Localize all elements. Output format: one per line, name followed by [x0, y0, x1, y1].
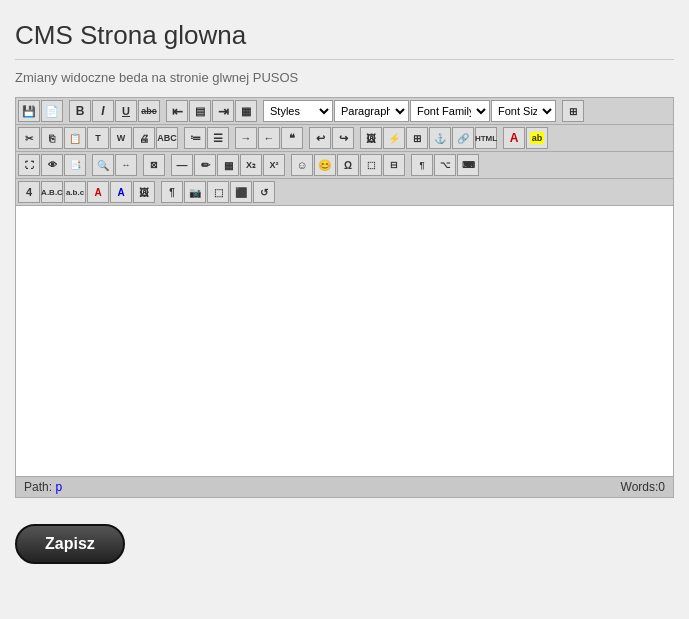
templates-icon: 📑 [70, 160, 81, 170]
paste-word-icon: W [117, 133, 126, 143]
btn-cut[interactable]: ✂ [18, 127, 40, 149]
btn-r5[interactable]: A [110, 181, 132, 203]
btn-r7[interactable]: ¶ [161, 181, 183, 203]
btn-r1[interactable]: 4 [18, 181, 40, 203]
btn-anchor[interactable]: ⚓ [429, 127, 451, 149]
superscript-icon: X² [270, 160, 279, 170]
btn-show-blocks[interactable]: ¶ [411, 154, 433, 176]
btn-print[interactable]: 🖨 [133, 127, 155, 149]
btn-special-char[interactable]: Ω [337, 154, 359, 176]
btn-fullscreen[interactable]: ⛶ [18, 154, 40, 176]
styles-select[interactable]: Styles Normal Heading 1 Heading 2 [263, 100, 333, 122]
font-size-select[interactable]: Font Size 81012 14161824 [491, 100, 556, 122]
btn-list-unordered[interactable]: ≔ [184, 127, 206, 149]
show-blocks-icon: ¶ [419, 160, 424, 170]
toolbar-row-1: 💾 📄 B I U abc ⇤ ▤ [16, 98, 673, 125]
toolbar-row-4: 4 A.B.C a.b.c A A 🖼 ¶ 📷 [16, 179, 673, 206]
btn-preview[interactable]: 👁 [41, 154, 63, 176]
btn-html[interactable]: HTML [475, 127, 497, 149]
btn-outdent[interactable]: ← [258, 127, 280, 149]
btn-strikethrough[interactable]: abc [138, 100, 160, 122]
btn-iframe[interactable]: ⬚ [360, 154, 382, 176]
btn-r6[interactable]: 🖼 [133, 181, 155, 203]
btn-copy[interactable]: ⎘ [41, 127, 63, 149]
bold-icon: B [76, 104, 85, 118]
editor-content-area[interactable] [16, 206, 673, 476]
r2-icon: A.B.C [41, 188, 63, 197]
btn-table[interactable]: ⊞ [406, 127, 428, 149]
subscript-icon: X₂ [246, 160, 256, 170]
btn-save-doc[interactable]: 💾 [18, 100, 40, 122]
btn-r11[interactable]: ↺ [253, 181, 275, 203]
btn-source[interactable]: ⊞ [562, 100, 584, 122]
align-center-icon: ▤ [195, 105, 205, 118]
btn-format[interactable]: ⌥ [434, 154, 456, 176]
r10-icon: ⬛ [235, 187, 247, 198]
btn-align-center[interactable]: ▤ [189, 100, 211, 122]
btn-align-justify[interactable]: ▦ [235, 100, 257, 122]
format-icon: ⌥ [440, 160, 450, 170]
btn-underline[interactable]: U [115, 100, 137, 122]
path-value: p [55, 480, 62, 494]
cut-icon: ✂ [25, 133, 33, 144]
r7-icon: ¶ [169, 187, 175, 198]
new-doc-icon: 📄 [45, 105, 59, 118]
btn-r3[interactable]: a.b.c [64, 181, 86, 203]
btn-subscript[interactable]: X₂ [240, 154, 262, 176]
save-button[interactable]: Zapisz [15, 524, 125, 564]
btn-r4[interactable]: A [87, 181, 109, 203]
btn-link[interactable]: 🔗 [452, 127, 474, 149]
btn-align-right[interactable]: ⇥ [212, 100, 234, 122]
emoticons-icon: 😊 [318, 159, 332, 172]
strikethrough-icon: abc [141, 106, 157, 116]
btn-smiley[interactable]: ☺ [291, 154, 313, 176]
btn-bg-color[interactable]: ab [526, 127, 548, 149]
print-icon: 🖨 [139, 133, 149, 144]
btn-redo[interactable]: ↪ [332, 127, 354, 149]
link-icon: 🔗 [457, 133, 469, 144]
btn-templates[interactable]: 📑 [64, 154, 86, 176]
btn-r8[interactable]: 📷 [184, 181, 206, 203]
btn-superscript[interactable]: X² [263, 154, 285, 176]
words-info: Words:0 [621, 480, 665, 494]
code-icon: ⌨ [462, 160, 475, 170]
toolbar-row-2: ✂ ⎘ 📋 T W 🖨 ABC ≔ [16, 125, 673, 152]
btn-r2[interactable]: A.B.C [41, 181, 63, 203]
btn-pencil[interactable]: ✏ [194, 154, 216, 176]
btn-italic[interactable]: I [92, 100, 114, 122]
page-subtitle: Zmiany widoczne beda na stronie glwnej P… [15, 70, 674, 85]
btn-replace[interactable]: ↔ [115, 154, 137, 176]
btn-hr[interactable]: — [171, 154, 193, 176]
bg-color-icon: ab [530, 132, 545, 144]
btn-flash[interactable]: ⚡ [383, 127, 405, 149]
btn-pagebreak[interactable]: ⊟ [383, 154, 405, 176]
r4-icon: A [94, 187, 101, 198]
btn-emoticons[interactable]: 😊 [314, 154, 336, 176]
r6-icon: 🖼 [139, 187, 149, 198]
btn-undo[interactable]: ↩ [309, 127, 331, 149]
btn-paste-text[interactable]: T [87, 127, 109, 149]
btn-table2[interactable]: ▦ [217, 154, 239, 176]
btn-spell[interactable]: ABC [156, 127, 178, 149]
font-family-select[interactable]: Font Family Arial Times New Roman Courie… [410, 100, 490, 122]
btn-paste-word[interactable]: W [110, 127, 132, 149]
words-value: 0 [658, 480, 665, 494]
btn-r10[interactable]: ⬛ [230, 181, 252, 203]
btn-paste[interactable]: 📋 [64, 127, 86, 149]
btn-find[interactable]: 🔍 [92, 154, 114, 176]
btn-code[interactable]: ⌨ [457, 154, 479, 176]
btn-select-all[interactable]: ⊠ [143, 154, 165, 176]
editor-status-bar: Path: p Words:0 [16, 476, 673, 497]
btn-image[interactable]: 🖼 [360, 127, 382, 149]
btn-r9[interactable]: ⬚ [207, 181, 229, 203]
save-doc-icon: 💾 [22, 105, 36, 118]
btn-align-left[interactable]: ⇤ [166, 100, 188, 122]
pagebreak-icon: ⊟ [390, 160, 398, 170]
paragraph-select[interactable]: Paragraph Normal Preformatted [334, 100, 409, 122]
btn-list-ordered[interactable]: ☰ [207, 127, 229, 149]
btn-indent[interactable]: → [235, 127, 257, 149]
btn-blockquote[interactable]: ❝ [281, 127, 303, 149]
btn-text-color[interactable]: A [503, 127, 525, 149]
btn-bold[interactable]: B [69, 100, 91, 122]
btn-new-doc[interactable]: 📄 [41, 100, 63, 122]
